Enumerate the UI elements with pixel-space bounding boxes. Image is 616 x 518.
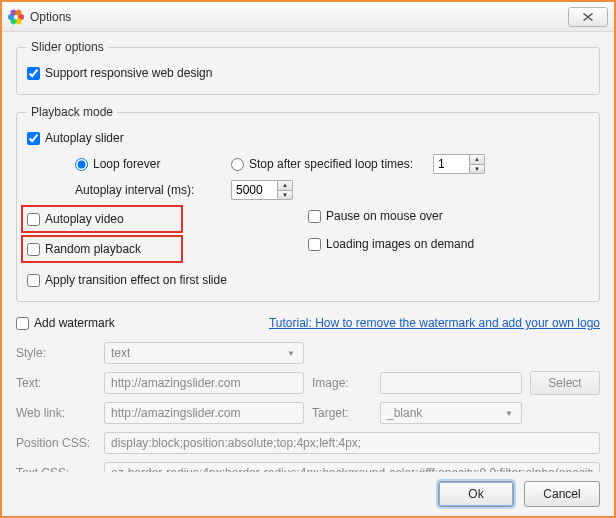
interval-input[interactable]	[231, 180, 277, 200]
cancel-button[interactable]: Cancel	[524, 481, 600, 507]
loop-times-input[interactable]	[433, 154, 469, 174]
playback-mode-legend: Playback mode	[27, 105, 117, 119]
close-button[interactable]	[568, 7, 608, 27]
responsive-checkbox-label[interactable]: Support responsive web design	[27, 66, 212, 80]
loading-on-demand-checkbox-label[interactable]: Loading images on demand	[308, 237, 474, 251]
autoplay-video-checkbox-label[interactable]: Autoplay video	[27, 212, 124, 226]
loading-on-demand-checkbox[interactable]	[308, 238, 321, 251]
transition-first-checkbox-label[interactable]: Apply transition effect on first slide	[27, 273, 227, 287]
responsive-text: Support responsive web design	[45, 66, 212, 80]
loop-times-spinner[interactable]: ▲ ▼	[433, 154, 485, 174]
chevron-down-icon: ▼	[283, 349, 299, 358]
target-value: _blank	[387, 406, 422, 420]
dialog-button-bar: Ok Cancel	[2, 472, 614, 516]
interval-down-icon[interactable]: ▼	[277, 190, 293, 201]
random-playback-checkbox-label[interactable]: Random playback	[27, 242, 141, 256]
autoplay-slider-checkbox[interactable]	[27, 132, 40, 145]
chevron-down-icon: ▼	[501, 409, 517, 418]
interval-label: Autoplay interval (ms):	[75, 183, 225, 197]
autoplay-video-checkbox[interactable]	[27, 213, 40, 226]
app-icon	[8, 9, 24, 25]
pause-hover-text: Pause on mouse over	[326, 209, 443, 223]
position-css-label: Position CSS:	[16, 436, 96, 450]
random-playback-checkbox[interactable]	[27, 243, 40, 256]
weblink-input[interactable]	[104, 402, 304, 424]
interval-spinner[interactable]: ▲ ▼	[231, 180, 293, 200]
style-select[interactable]: text ▼	[104, 342, 304, 364]
style-label: Style:	[16, 346, 96, 360]
select-image-button[interactable]: Select	[530, 371, 600, 395]
loading-on-demand-text: Loading images on demand	[326, 237, 474, 251]
add-watermark-text: Add watermark	[34, 316, 115, 330]
weblink-label: Web link:	[16, 406, 96, 420]
autoplay-slider-text: Autoplay slider	[45, 131, 124, 145]
transition-first-text: Apply transition effect on first slide	[45, 273, 227, 287]
text-input[interactable]	[104, 372, 304, 394]
target-label: Target:	[312, 406, 372, 420]
target-select[interactable]: _blank ▼	[380, 402, 522, 424]
position-css-input[interactable]	[104, 432, 600, 454]
image-input[interactable]	[380, 372, 522, 394]
close-icon	[583, 13, 593, 21]
loop-forever-text: Loop forever	[93, 157, 160, 171]
pause-hover-checkbox[interactable]	[308, 210, 321, 223]
loop-forever-radio[interactable]	[75, 158, 88, 171]
stop-after-radio-label[interactable]: Stop after specified loop times:	[231, 157, 413, 171]
style-value: text	[111, 346, 130, 360]
titlebar: Options	[2, 2, 614, 32]
playback-mode-group: Playback mode Autoplay slider Loop forev…	[16, 105, 600, 302]
interval-up-icon[interactable]: ▲	[277, 180, 293, 190]
add-watermark-checkbox[interactable]	[16, 317, 29, 330]
ok-button[interactable]: Ok	[438, 481, 514, 507]
pause-hover-checkbox-label[interactable]: Pause on mouse over	[308, 209, 443, 223]
loop-times-down-icon[interactable]: ▼	[469, 164, 485, 175]
add-watermark-checkbox-label[interactable]: Add watermark	[16, 316, 115, 330]
image-label: Image:	[312, 376, 372, 390]
loop-forever-radio-label[interactable]: Loop forever	[75, 157, 225, 171]
window-title: Options	[30, 10, 568, 24]
slider-options-legend: Slider options	[27, 40, 108, 54]
transition-first-checkbox[interactable]	[27, 274, 40, 287]
options-dialog: Options Slider options Support responsiv…	[2, 2, 614, 516]
responsive-checkbox[interactable]	[27, 67, 40, 80]
content-area: Slider options Support responsive web de…	[2, 32, 614, 472]
text-label: Text:	[16, 376, 96, 390]
watermark-settings-grid: Style: text ▼ Text: Image: Select Web li…	[16, 340, 600, 472]
text-css-input[interactable]	[104, 462, 600, 472]
loop-times-up-icon[interactable]: ▲	[469, 154, 485, 164]
stop-after-text: Stop after specified loop times:	[249, 157, 413, 171]
stop-after-radio[interactable]	[231, 158, 244, 171]
autoplay-slider-checkbox-label[interactable]: Autoplay slider	[27, 131, 124, 145]
random-playback-text: Random playback	[45, 242, 141, 256]
watermark-row: Add watermark Tutorial: How to remove th…	[16, 312, 600, 334]
watermark-tutorial-link[interactable]: Tutorial: How to remove the watermark an…	[269, 316, 600, 330]
slider-options-group: Slider options Support responsive web de…	[16, 40, 600, 95]
autoplay-video-text: Autoplay video	[45, 212, 124, 226]
